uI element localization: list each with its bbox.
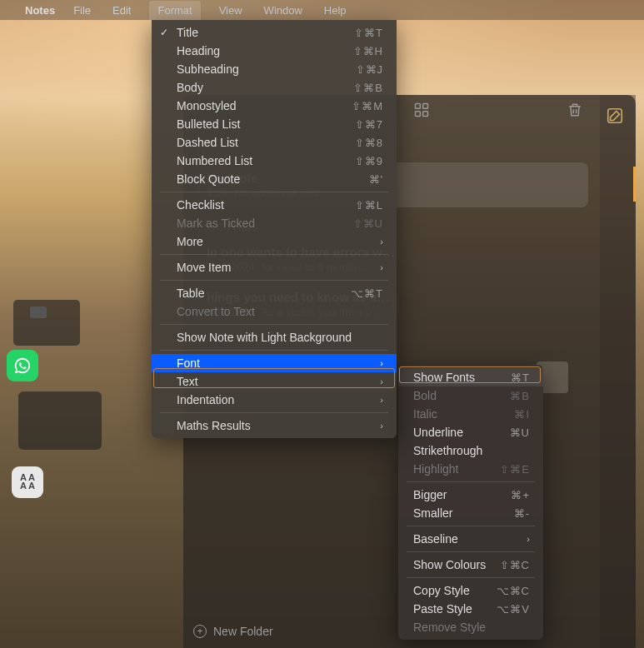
menu-item-text[interactable]: Text› <box>152 372 397 391</box>
svg-rect-1 <box>423 104 428 109</box>
font-submenu: Show Fonts⌘TBold⌘BItalic⌘IUnderline⌘UStr… <box>398 365 543 640</box>
menu-item-baseline[interactable]: Baseline› <box>398 530 543 548</box>
keyboard-shortcut: ⌘U <box>510 426 530 439</box>
menu-item-label: Show Note with Light Background <box>177 331 352 344</box>
menu-item-subheading[interactable]: Subheading⇧⌘J <box>152 60 397 78</box>
menu-item-label: Subheading <box>177 62 239 76</box>
menu-separator <box>160 350 388 351</box>
menu-window[interactable]: Window <box>261 2 306 18</box>
menu-item-heading[interactable]: Heading⇧⌘H <box>152 42 397 60</box>
menu-item-label: Table <box>177 287 204 300</box>
menu-item-label: Underline <box>413 426 463 439</box>
menu-item-mark-as-ticked: Mark as Ticked⇧⌘U <box>152 214 397 232</box>
new-folder-button[interactable]: + New Folder <box>193 625 273 638</box>
menu-item-paste-style[interactable]: Paste Style⌥⌘V <box>398 600 543 618</box>
new-folder-label: New Folder <box>213 625 273 638</box>
keyboard-shortcut: ⇧⌘L <box>355 199 383 212</box>
menu-item-show-note-with-light-background[interactable]: Show Note with Light Background <box>152 328 397 346</box>
menu-item-strikethrough[interactable]: Strikethrough <box>398 441 543 460</box>
facetime-preview-window[interactable] <box>13 300 80 346</box>
menu-item-label: Strikethrough <box>413 444 482 457</box>
chevron-right-icon: › <box>380 237 383 247</box>
menu-item-checklist[interactable]: Checklist⇧⌘L <box>152 196 397 214</box>
menu-item-copy-style[interactable]: Copy Style⌥⌘C <box>398 581 543 600</box>
font-book-icon[interactable]: A AA A <box>12 466 43 498</box>
keyboard-shortcut: ⌥⌘V <box>497 603 530 616</box>
keyboard-shortcut: ⇧⌘C <box>500 559 530 571</box>
accent-indicator <box>633 167 636 202</box>
menu-item-highlight: Highlight⇧⌘E <box>398 460 543 478</box>
chevron-right-icon: › <box>380 262 383 272</box>
menu-separator <box>160 254 388 255</box>
compose-icon[interactable] <box>606 107 624 125</box>
menu-file[interactable]: File <box>70 2 94 18</box>
menu-item-italic: Italic⌘I <box>398 405 543 423</box>
menu-item-label: Italic <box>413 407 437 421</box>
notes-toolbar <box>413 102 583 118</box>
menu-item-label: Paste Style <box>413 602 472 616</box>
menu-item-dashed-list[interactable]: Dashed List⇧⌘8 <box>152 133 397 152</box>
svg-rect-0 <box>416 104 421 109</box>
menu-item-table[interactable]: Table⌥⌘T <box>152 284 397 302</box>
menu-item-move-item[interactable]: Move Item› <box>152 258 397 277</box>
check-icon: ✓ <box>160 27 168 38</box>
format-menu: ✓Title⇧⌘THeading⇧⌘HSubheading⇧⌘JBody⇧⌘BM… <box>152 20 397 438</box>
menu-item-block-quote[interactable]: Block Quote⌘' <box>152 170 397 188</box>
grid-view-icon[interactable] <box>413 102 430 118</box>
menu-item-bold: Bold⌘B <box>398 386 543 405</box>
menu-item-label: Remove Style <box>413 621 486 634</box>
keyboard-shortcut: ⌘- <box>514 507 530 520</box>
keyboard-shortcut: ⌘' <box>369 173 383 186</box>
menu-item-remove-style: Remove Style <box>398 618 543 636</box>
menu-item-label: Bigger <box>413 488 447 501</box>
menu-item-maths-results[interactable]: Maths Results› <box>152 416 397 435</box>
menu-item-label: More <box>177 235 203 248</box>
menu-item-label: Show Colours <box>413 558 486 571</box>
settings-preview-window[interactable] <box>18 391 102 450</box>
keyboard-shortcut: ⇧⌘M <box>352 100 383 112</box>
menu-item-label: Monostyled <box>177 99 237 112</box>
chevron-right-icon: › <box>380 395 383 405</box>
menu-separator <box>407 551 535 552</box>
app-name[interactable]: Notes <box>25 4 55 17</box>
menu-item-smaller[interactable]: Smaller⌘- <box>398 504 543 522</box>
svg-rect-2 <box>416 112 421 117</box>
menu-item-label: Mark as Ticked <box>177 217 255 230</box>
menu-item-label: Indentation <box>177 393 234 406</box>
menu-format[interactable]: Format <box>149 1 200 20</box>
keyboard-shortcut: ⇧⌘8 <box>355 137 383 149</box>
whatsapp-icon[interactable] <box>7 350 38 381</box>
menu-item-show-colours[interactable]: Show Colours⇧⌘C <box>398 556 543 574</box>
menu-separator <box>160 412 388 413</box>
keyboard-shortcut: ⇧⌘E <box>500 463 530 476</box>
menu-item-label: Title <box>177 26 198 39</box>
menu-edit[interactable]: Edit <box>109 2 134 18</box>
menu-item-title[interactable]: ✓Title⇧⌘T <box>152 23 397 42</box>
menu-separator <box>407 481 535 482</box>
menu-item-label: Convert to Text <box>177 305 255 318</box>
menu-item-bigger[interactable]: Bigger⌘+ <box>398 486 543 504</box>
menu-item-indentation[interactable]: Indentation› <box>152 391 397 409</box>
chevron-right-icon: › <box>527 534 530 544</box>
menu-item-label: Copy Style <box>413 584 470 597</box>
menu-item-font[interactable]: Font› <box>152 354 397 372</box>
menu-item-label: Body <box>177 81 203 94</box>
keyboard-shortcut: ⇧⌘9 <box>355 155 383 167</box>
menu-item-label: Heading <box>177 44 220 57</box>
menu-separator <box>407 577 535 578</box>
menu-item-underline[interactable]: Underline⌘U <box>398 423 543 441</box>
menu-item-body[interactable]: Body⇧⌘B <box>152 78 397 97</box>
menu-item-bulleted-list[interactable]: Bulleted List⇧⌘7 <box>152 115 397 133</box>
menu-item-numbered-list[interactable]: Numbered List⇧⌘9 <box>152 152 397 170</box>
menu-item-label: Show Fonts <box>413 371 475 384</box>
menu-view[interactable]: View <box>216 2 246 18</box>
menu-help[interactable]: Help <box>321 2 350 18</box>
menu-item-show-fonts[interactable]: Show Fonts⌘T <box>398 368 543 386</box>
menu-separator <box>160 192 388 192</box>
menu-item-monostyled[interactable]: Monostyled⇧⌘M <box>152 97 397 115</box>
menu-item-label: Dashed List <box>177 136 238 149</box>
trash-icon[interactable] <box>567 102 583 118</box>
keyboard-shortcut: ⌘B <box>510 390 530 402</box>
menu-item-more[interactable]: More› <box>152 232 397 251</box>
plus-circle-icon: + <box>193 625 207 638</box>
